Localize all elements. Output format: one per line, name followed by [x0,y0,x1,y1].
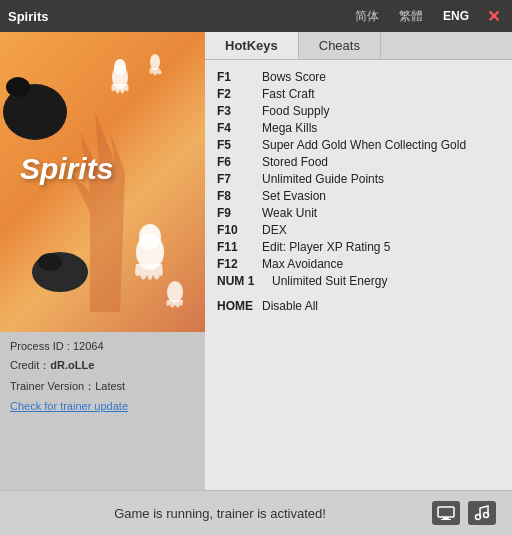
hotkey-f3-key: F3 [217,104,262,118]
hotkey-f9-key: F9 [217,206,262,220]
hotkey-num1: NUM 1 Unlimited Suit Energy [217,274,500,288]
tab-cheats[interactable]: Cheats [299,32,381,59]
hotkey-f10-desc: DEX [262,223,287,237]
info-panel: Process ID : 12064 Credit：dR.oLLe Traine… [0,332,205,490]
hotkey-home-desc: Disable All [262,299,318,313]
close-button[interactable]: ✕ [483,5,504,28]
hotkey-f4-desc: Mega Kills [262,121,317,135]
hotkeys-list: F1 Bows Score F2 Fast Craft F3 Food Supp… [205,60,512,490]
hotkey-f9-desc: Weak Unit [262,206,317,220]
svg-point-14 [484,513,489,518]
hotkey-num1-key: NUM 1 [217,274,272,288]
svg-point-4 [150,54,160,70]
lang-simplified-button[interactable]: 简体 [349,6,385,27]
hotkey-f1-key: F1 [217,70,262,84]
lang-traditional-button[interactable]: 繁體 [393,6,429,27]
game-cover-title: Spirits [20,152,113,186]
svg-point-6 [139,224,161,250]
tabs-container: HotKeys Cheats [205,32,512,60]
music-icon[interactable] [468,501,496,525]
hotkey-f6-key: F6 [217,155,262,169]
hotkey-f8-key: F8 [217,189,262,203]
hotkey-f2-key: F2 [217,87,262,101]
svg-point-13 [476,515,481,520]
trainer-update-row[interactable]: Check for trainer update [10,400,195,412]
hotkey-f4-key: F4 [217,121,262,135]
credit-label: Credit： [10,359,50,371]
game-cover: Spirits [0,32,205,332]
hotkey-f11-key: F11 [217,240,262,254]
hotkey-f7-desc: Unlimited Guide Points [262,172,384,186]
status-bar: Game is running, trainer is activated! [0,490,512,535]
hotkey-f2-desc: Fast Craft [262,87,315,101]
hotkey-f1-desc: Bows Score [262,70,326,84]
hotkey-f7-key: F7 [217,172,262,186]
hotkey-f2: F2 Fast Craft [217,87,500,101]
trainer-version-row: Trainer Version：Latest [10,379,195,394]
hotkey-f12-key: F12 [217,257,262,271]
hotkey-f11-desc: Edit: Player XP Rating 5 [262,240,391,254]
right-panel: HotKeys Cheats F1 Bows Score F2 Fast Cra… [205,32,512,490]
app-title: Spirits [8,9,341,24]
hotkey-f10: F10 DEX [217,223,500,237]
process-id-text: Process ID : 12064 [10,340,104,352]
spacer [217,291,500,299]
main-content: Spirits Process ID : 12064 Credit：dR.oLL… [0,32,512,490]
credit-row: Credit：dR.oLLe [10,358,195,373]
hotkey-home: HOME Disable All [217,299,500,313]
hotkey-home-key: HOME [217,299,262,313]
hotkey-f4: F4 Mega Kills [217,121,500,135]
svg-rect-10 [438,507,454,517]
status-message: Game is running, trainer is activated! [16,506,424,521]
hotkey-f10-key: F10 [217,223,262,237]
hotkey-f9: F9 Weak Unit [217,206,500,220]
hotkey-f6: F6 Stored Food [217,155,500,169]
lang-english-button[interactable]: ENG [437,7,475,25]
monitor-icon[interactable] [432,501,460,525]
hotkey-f12-desc: Max Avoidance [262,257,343,271]
hotkey-f5-desc: Super Add Gold When Collecting Gold [262,138,466,152]
hotkey-num1-desc: Unlimited Suit Energy [272,274,387,288]
hotkey-f7: F7 Unlimited Guide Points [217,172,500,186]
svg-point-9 [167,281,183,303]
process-id-row: Process ID : 12064 [10,340,195,352]
hotkey-f5: F5 Super Add Gold When Collecting Gold [217,138,500,152]
title-bar: Spirits 简体 繁體 ENG ✕ [0,0,512,32]
hotkey-f1: F1 Bows Score [217,70,500,84]
trainer-update-link[interactable]: Check for trainer update [10,400,128,412]
svg-point-8 [38,253,62,271]
trainer-version-label: Trainer Version：Latest [10,380,125,392]
hotkey-f3-desc: Food Supply [262,104,329,118]
svg-point-3 [114,59,126,75]
hotkey-f8: F8 Set Evasion [217,189,500,203]
svg-rect-12 [441,519,451,520]
hotkey-f6-desc: Stored Food [262,155,328,169]
hotkey-f3: F3 Food Supply [217,104,500,118]
hotkey-f5-key: F5 [217,138,262,152]
svg-point-1 [6,77,30,97]
tab-hotkeys[interactable]: HotKeys [205,32,299,59]
left-panel: Spirits Process ID : 12064 Credit：dR.oLL… [0,32,205,490]
credit-value: dR.oLLe [50,359,94,371]
hotkey-f11: F11 Edit: Player XP Rating 5 [217,240,500,254]
hotkey-f8-desc: Set Evasion [262,189,326,203]
hotkey-f12: F12 Max Avoidance [217,257,500,271]
svg-rect-11 [443,517,449,519]
